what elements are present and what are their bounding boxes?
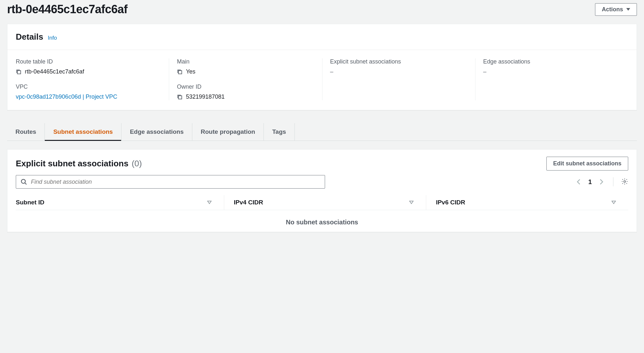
associations-title: Explicit subnet associations — [16, 159, 129, 169]
info-link[interactable]: Info — [48, 35, 57, 41]
col-subnet-id[interactable]: Subnet ID — [16, 199, 44, 206]
table-empty-row: No subnet associations — [16, 210, 628, 229]
search-box[interactable] — [16, 175, 325, 189]
main-value: Yes — [186, 68, 195, 75]
svg-point-5 — [624, 181, 626, 182]
associations-count: (0) — [132, 159, 142, 169]
actions-button-label: Actions — [602, 6, 623, 13]
col-ipv4-cidr[interactable]: IPv4 CIDR — [234, 199, 263, 206]
edge-assoc-value: – — [483, 68, 620, 75]
svg-rect-2 — [178, 96, 182, 99]
explicit-assoc-label: Explicit subnet associations — [330, 58, 467, 65]
main-label: Main — [177, 58, 314, 65]
copy-icon[interactable] — [177, 94, 183, 100]
tab-route-propagation[interactable]: Route propagation — [192, 123, 264, 141]
associations-table: Subnet ID IPv4 CIDR — [16, 195, 628, 229]
gear-icon — [621, 178, 628, 185]
search-icon — [21, 179, 27, 185]
chevron-left-icon — [576, 179, 581, 185]
divider — [613, 177, 613, 186]
caret-down-icon — [626, 8, 630, 11]
details-panel: Details Info Route table ID rtb-0e4465c1… — [7, 24, 637, 110]
sort-icon[interactable] — [409, 199, 414, 206]
copy-icon[interactable] — [177, 69, 183, 75]
pager-prev-button[interactable] — [575, 178, 582, 186]
subnet-associations-panel: Explicit subnet associations (0) Edit su… — [7, 149, 637, 232]
svg-rect-0 — [17, 71, 21, 74]
tab-tags[interactable]: Tags — [264, 123, 295, 141]
actions-button[interactable]: Actions — [595, 3, 637, 16]
explicit-assoc-value: – — [330, 68, 467, 75]
sort-icon[interactable] — [611, 199, 616, 206]
vpc-label: VPC — [16, 83, 161, 90]
col-ipv6-cidr[interactable]: IPv6 CIDR — [436, 199, 465, 206]
svg-line-4 — [25, 183, 27, 185]
svg-point-3 — [21, 179, 25, 183]
svg-rect-1 — [178, 71, 182, 74]
tab-edge-associations[interactable]: Edge associations — [121, 123, 192, 141]
settings-button[interactable] — [621, 178, 628, 186]
sort-icon[interactable] — [207, 199, 212, 206]
tab-routes[interactable]: Routes — [7, 123, 45, 141]
empty-message: No subnet associations — [16, 210, 628, 229]
page-title: rtb-0e4465c1ec7afc6af — [7, 3, 128, 16]
owner-id-value: 532199187081 — [186, 93, 225, 100]
vpc-link[interactable]: vpc-0c98ad127b906c06d | Project VPC — [16, 93, 117, 100]
edit-subnet-associations-button[interactable]: Edit subnet associations — [546, 157, 628, 171]
chevron-right-icon — [599, 179, 604, 185]
edge-assoc-label: Edge associations — [483, 58, 620, 65]
pager-current-page: 1 — [588, 178, 592, 186]
route-table-id-label: Route table ID — [16, 58, 161, 65]
route-table-id-value: rtb-0e4465c1ec7afc6af — [25, 68, 84, 75]
copy-icon[interactable] — [16, 69, 22, 75]
owner-id-label: Owner ID — [177, 83, 314, 90]
tabs: Routes Subnet associations Edge associat… — [7, 123, 637, 141]
pager-next-button[interactable] — [598, 178, 605, 186]
details-panel-title: Details — [16, 32, 43, 42]
tab-subnet-associations[interactable]: Subnet associations — [45, 123, 121, 141]
search-input[interactable] — [31, 179, 320, 185]
